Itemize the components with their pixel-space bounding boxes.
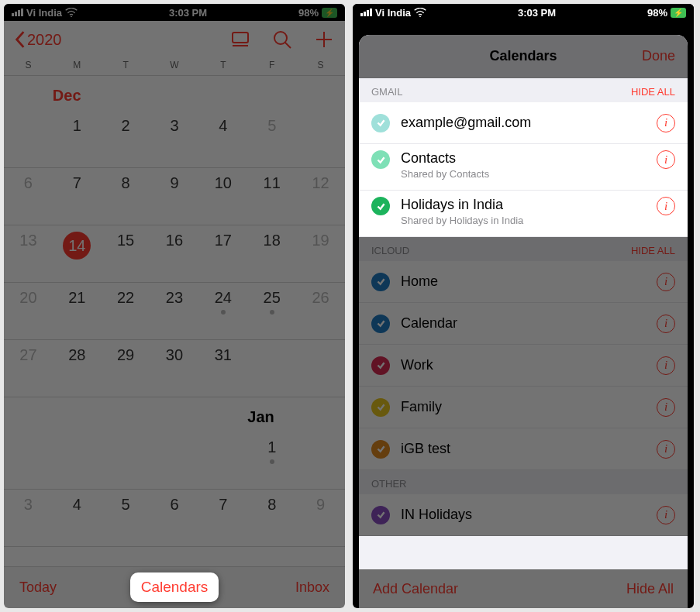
day-cell[interactable]: 6 bbox=[150, 490, 199, 546]
calendar-row[interactable]: example@gmail.comi bbox=[359, 102, 688, 144]
today-button[interactable]: Today bbox=[19, 579, 57, 596]
day-cell[interactable]: 9 bbox=[150, 168, 199, 225]
day-cell[interactable]: 10 bbox=[198, 168, 247, 225]
day-cell[interactable] bbox=[102, 432, 150, 489]
info-icon[interactable]: i bbox=[657, 356, 675, 375]
day-number: 28 bbox=[68, 346, 85, 364]
day-cell[interactable]: 6 bbox=[4, 168, 53, 225]
day-cell[interactable]: 12 bbox=[296, 168, 345, 225]
inbox-button[interactable]: Inbox bbox=[295, 579, 329, 596]
check-icon bbox=[371, 506, 390, 524]
calendar-title: example@gmail.com bbox=[401, 115, 646, 131]
day-cell[interactable]: 30 bbox=[150, 340, 199, 397]
info-icon[interactable]: i bbox=[657, 197, 675, 215]
day-cell[interactable]: 8 bbox=[247, 490, 296, 546]
add-calendar-button[interactable]: Add Calendar bbox=[373, 581, 458, 597]
svg-point-3 bbox=[274, 32, 287, 44]
calendar-row[interactable]: Calendari bbox=[359, 303, 688, 345]
calendars-button[interactable]: Calendars bbox=[133, 573, 219, 602]
battery-percent: 98% bbox=[298, 7, 319, 19]
wifi-icon bbox=[414, 8, 426, 17]
day-cell[interactable]: 15 bbox=[102, 225, 150, 282]
day-cell[interactable]: 8 bbox=[102, 168, 150, 225]
month-label: Dec bbox=[53, 76, 150, 111]
day-cell[interactable]: 5 bbox=[247, 111, 296, 167]
day-cell[interactable] bbox=[296, 340, 345, 397]
day-cell[interactable]: 3 bbox=[150, 111, 199, 167]
day-cell[interactable]: 25 bbox=[247, 283, 296, 339]
day-cell[interactable]: 11 bbox=[247, 168, 296, 225]
done-button[interactable]: Done bbox=[642, 48, 675, 64]
calendar-row[interactable]: IN Holidaysi bbox=[359, 494, 688, 536]
day-number: 9 bbox=[170, 174, 178, 192]
day-cell[interactable]: 5 bbox=[102, 490, 150, 546]
day-cell[interactable] bbox=[198, 432, 247, 489]
day-cell[interactable]: 4 bbox=[198, 111, 247, 167]
search-icon[interactable] bbox=[272, 29, 292, 50]
add-event-icon[interactable] bbox=[314, 29, 334, 50]
check-icon bbox=[371, 440, 390, 459]
info-icon[interactable]: i bbox=[657, 150, 675, 169]
day-cell[interactable]: 21 bbox=[53, 283, 102, 339]
day-cell[interactable]: 1 bbox=[53, 111, 102, 167]
info-icon[interactable]: i bbox=[657, 440, 675, 459]
info-icon[interactable]: i bbox=[657, 315, 675, 333]
day-cell[interactable]: 16 bbox=[150, 225, 199, 282]
carrier-label: Vi India bbox=[26, 7, 62, 19]
day-cell[interactable]: 20 bbox=[4, 283, 53, 339]
list-view-icon[interactable] bbox=[230, 29, 250, 50]
day-cell[interactable]: 18 bbox=[247, 225, 296, 282]
weekday-label: T bbox=[198, 60, 247, 70]
day-cell[interactable] bbox=[4, 111, 53, 167]
day-cell[interactable]: 31 bbox=[198, 340, 247, 397]
day-cell[interactable] bbox=[247, 340, 296, 397]
day-cell[interactable]: 29 bbox=[102, 340, 150, 397]
day-cell[interactable]: 7 bbox=[198, 490, 247, 546]
weekday-label: S bbox=[4, 60, 53, 70]
svg-point-0 bbox=[71, 15, 72, 17]
hide-all-link[interactable]: HIDE ALL bbox=[631, 86, 675, 98]
day-cell[interactable]: 23 bbox=[150, 283, 199, 339]
day-cell[interactable]: 3 bbox=[4, 490, 53, 546]
calendar-row[interactable]: Worki bbox=[359, 345, 688, 387]
day-cell[interactable] bbox=[296, 111, 345, 167]
calendar-row[interactable]: Holidays in IndiaShared by Holidays in I… bbox=[359, 191, 688, 237]
day-cell[interactable] bbox=[150, 432, 199, 489]
day-cell[interactable]: 26 bbox=[296, 283, 345, 339]
day-cell[interactable]: 2 bbox=[102, 111, 150, 167]
day-number: 9 bbox=[316, 496, 325, 514]
calendar-row[interactable]: ContactsShared by Contactsi bbox=[359, 144, 688, 191]
day-cell[interactable]: 7 bbox=[53, 168, 102, 225]
calendar-title: iGB test bbox=[401, 441, 646, 457]
day-cell[interactable]: 19 bbox=[296, 225, 345, 282]
weekday-label: T bbox=[102, 60, 150, 70]
day-cell[interactable] bbox=[4, 432, 53, 489]
day-cell[interactable]: 14 bbox=[53, 225, 102, 282]
day-cell[interactable]: 1 bbox=[247, 432, 296, 489]
day-cell[interactable]: 24 bbox=[198, 283, 247, 339]
day-cell[interactable] bbox=[296, 432, 345, 489]
info-icon[interactable]: i bbox=[657, 398, 675, 417]
info-icon[interactable]: i bbox=[657, 273, 675, 291]
day-cell[interactable]: 13 bbox=[4, 225, 53, 282]
day-cell[interactable]: 22 bbox=[102, 283, 150, 339]
calendar-row[interactable]: Familyi bbox=[359, 387, 688, 428]
info-icon[interactable]: i bbox=[657, 114, 675, 132]
back-year-button[interactable]: 2020 bbox=[15, 31, 62, 49]
info-icon[interactable]: i bbox=[657, 506, 675, 524]
day-cell[interactable]: 9 bbox=[296, 490, 345, 546]
day-cell[interactable]: 28 bbox=[53, 340, 102, 397]
day-cell[interactable] bbox=[53, 432, 102, 489]
calendar-subtitle: Shared by Contacts bbox=[401, 168, 646, 180]
day-cell[interactable]: 4 bbox=[53, 490, 102, 546]
calendar-row[interactable]: Homei bbox=[359, 261, 688, 303]
hide-all-button[interactable]: Hide All bbox=[626, 581, 674, 597]
day-number: 4 bbox=[73, 496, 81, 514]
day-cell[interactable]: 27 bbox=[4, 340, 53, 397]
calendar-row[interactable]: iGB testi bbox=[359, 428, 688, 470]
day-number: 22 bbox=[117, 289, 134, 307]
day-number: 5 bbox=[267, 117, 276, 135]
hide-all-link[interactable]: HIDE ALL bbox=[631, 245, 675, 256]
day-cell[interactable]: 17 bbox=[198, 225, 247, 282]
day-number: 23 bbox=[166, 289, 183, 307]
